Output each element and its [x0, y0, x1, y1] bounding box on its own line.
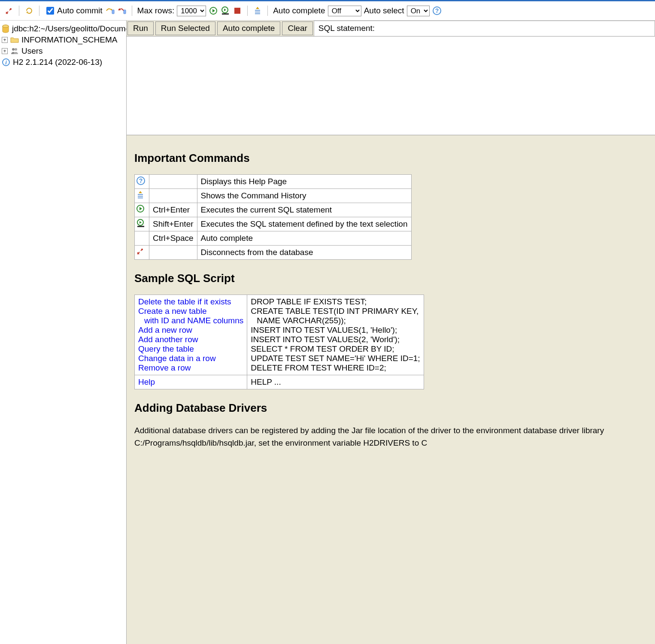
cmd-desc: Displays this Help Page: [197, 175, 411, 189]
tree-users-label: Users: [21, 46, 43, 56]
sql-editor[interactable]: [127, 36, 655, 135]
sample-link[interactable]: Add a new row: [138, 325, 192, 334]
history-icon[interactable]: [253, 6, 262, 15]
tree-db-node[interactable]: jdbc:h2:~/Users/geolitto/Docume: [2, 23, 124, 34]
separator: [39, 6, 39, 16]
sample-sql: UPDATE TEST SET NAME='Hi' WHERE ID=1;: [251, 354, 420, 363]
run-icon: [135, 203, 149, 217]
cmd-shortcut: Shift+Enter: [149, 217, 197, 231]
cmd-shortcut: [149, 246, 197, 260]
help-sql: HELP ...: [247, 375, 424, 389]
auto-select-select[interactable]: On: [407, 6, 430, 16]
svg-point-15: [15, 48, 17, 51]
auto-select-label: Auto select: [364, 6, 404, 15]
help-icon: ?: [135, 175, 149, 189]
query-toolbar: Run Run Selected Auto complete Clear SQL…: [127, 21, 655, 36]
tree-schema-label: INFORMATION_SCHEMA: [21, 35, 117, 45]
svg-rect-9: [255, 13, 260, 14]
rollback-icon[interactable]: [117, 6, 127, 15]
svg-rect-21: [138, 196, 143, 197]
cmd-shortcut: [149, 175, 197, 189]
sample-labels: Delete the table if it exists Create a n…: [135, 295, 247, 375]
expand-icon[interactable]: +: [2, 48, 8, 54]
cmd-desc: Executes the SQL statement defined by th…: [197, 217, 411, 231]
db-tree: jdbc:h2:~/Users/geolitto/Docume + INFORM…: [0, 21, 127, 644]
users-icon: [10, 47, 19, 55]
max-rows-label: Max rows:: [137, 6, 175, 15]
sample-sql: NAME VARCHAR(255));: [251, 316, 420, 325]
svg-rect-6: [234, 8, 240, 14]
table-row: Ctrl+Space Auto complete: [135, 231, 412, 246]
run-icon[interactable]: [209, 6, 218, 15]
sample-sql: INSERT INTO TEST VALUES(1, 'Hello');: [251, 325, 397, 334]
separator: [267, 6, 268, 16]
sample-link[interactable]: Remove a row: [138, 363, 191, 372]
separator: [19, 6, 19, 16]
svg-text:i: i: [5, 59, 7, 66]
help-link[interactable]: Help: [138, 377, 155, 386]
svg-rect-1: [112, 10, 114, 14]
run-selected-icon: [135, 217, 149, 231]
auto-commit-input[interactable]: [46, 7, 54, 15]
cmd-desc: Executes the current SQL statement: [197, 203, 411, 217]
sample-sql: INSERT INTO TEST VALUES(2, 'World');: [251, 335, 400, 344]
sample-link[interactable]: Delete the table if it exists: [138, 297, 231, 306]
run-button[interactable]: Run: [127, 21, 154, 35]
help-icon[interactable]: ?: [432, 6, 442, 15]
svg-rect-20: [138, 194, 143, 195]
important-commands-heading: Important Commands: [134, 152, 647, 165]
drivers-text: Additional database drivers can be regis…: [134, 424, 647, 450]
drivers-heading: Adding Database Drivers: [134, 401, 647, 415]
auto-complete-button[interactable]: Auto complete: [217, 21, 280, 35]
disconnect-icon[interactable]: [4, 6, 14, 15]
svg-text:?: ?: [139, 177, 143, 184]
main-area: jdbc:h2:~/Users/geolitto/Docume + INFORM…: [0, 21, 655, 644]
commit-icon[interactable]: [105, 6, 115, 15]
cmd-shortcut: Ctrl+Space: [149, 231, 197, 246]
sample-sql: CREATE TABLE TEST(ID INT PRIMARY KEY,: [251, 307, 418, 316]
blank-icon: [135, 231, 149, 246]
tree-version-label: H2 2.1.214 (2022-06-13): [13, 58, 102, 67]
tree-version-node: i H2 2.1.214 (2022-06-13): [2, 57, 124, 68]
svg-rect-2: [124, 10, 126, 14]
sample-sql-heading: Sample SQL Script: [134, 272, 647, 285]
sample-link[interactable]: Add another row: [138, 335, 198, 344]
results-pane: Important Commands ? Displays this Help …: [127, 135, 655, 644]
history-icon: [135, 189, 149, 203]
run-selected-icon[interactable]: [221, 6, 230, 15]
stop-icon[interactable]: [233, 6, 242, 15]
sample-sql: SELECT * FROM TEST ORDER BY ID;: [251, 344, 394, 353]
separator: [132, 6, 132, 16]
cmd-desc: Shows the Command History: [197, 189, 411, 203]
tree-db-label: jdbc:h2:~/Users/geolitto/Docume: [12, 24, 127, 33]
folder-icon: [10, 36, 19, 44]
expand-icon[interactable]: +: [2, 37, 8, 43]
max-rows-select[interactable]: 1000: [177, 6, 206, 16]
sample-link[interactable]: Query the table: [138, 344, 194, 353]
tree-users-node[interactable]: + Users: [2, 46, 124, 57]
info-icon: i: [2, 58, 10, 67]
database-icon: [2, 24, 9, 33]
run-selected-button[interactable]: Run Selected: [155, 21, 215, 35]
auto-complete-select[interactable]: Off: [328, 6, 361, 16]
refresh-icon[interactable]: [24, 6, 34, 15]
sample-link[interactable]: with ID and NAME columns: [138, 316, 243, 325]
disconnect-icon: [135, 246, 149, 260]
table-row: ? Displays this Help Page: [135, 175, 412, 189]
table-row: Shows the Command History: [135, 189, 412, 203]
cmd-shortcut: Ctrl+Enter: [149, 203, 197, 217]
svg-rect-7: [255, 10, 260, 11]
auto-commit-label: Auto commit: [57, 6, 103, 15]
auto-complete-label: Auto complete: [273, 6, 325, 15]
clear-button[interactable]: Clear: [282, 21, 312, 35]
tree-schema-node[interactable]: + INFORMATION_SCHEMA: [2, 34, 124, 46]
svg-rect-5: [222, 13, 229, 15]
sample-link[interactable]: Change data in a row: [138, 354, 216, 363]
sample-link[interactable]: Create a new table: [138, 307, 207, 316]
sample-sql: DELETE FROM TEST WHERE ID=2;: [251, 363, 386, 372]
svg-rect-22: [138, 197, 143, 198]
auto-commit-checkbox[interactable]: Auto commit: [45, 6, 103, 16]
sample-sql-cells: DROP TABLE IF EXISTS TEST; CREATE TABLE …: [247, 295, 424, 375]
table-row: Shift+Enter Executes the SQL statement d…: [135, 217, 412, 231]
table-row: Help HELP ...: [135, 375, 424, 389]
